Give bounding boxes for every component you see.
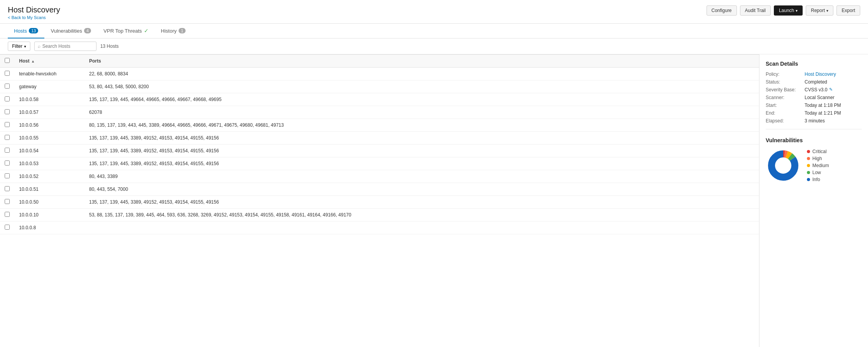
row-checkbox[interactable]: [5, 160, 10, 166]
page-title: Host Discovery: [8, 5, 60, 14]
configure-button[interactable]: Configure: [707, 5, 737, 16]
delete-cell[interactable]: ✕: [745, 93, 759, 106]
detail-row: Status: Completed: [766, 79, 862, 85]
host-cell[interactable]: 10.0.0.52: [14, 170, 84, 183]
row-checkbox-cell[interactable]: [0, 157, 14, 170]
legend-dot: [807, 178, 810, 181]
row-checkbox-cell[interactable]: [0, 119, 14, 132]
delete-cell[interactable]: ✕: [745, 68, 759, 80]
host-cell[interactable]: 10.0.0.54: [14, 145, 84, 157]
tab-history[interactable]: History 1: [155, 24, 192, 38]
legend-label: Low: [812, 170, 821, 175]
row-checkbox-cell[interactable]: [0, 106, 14, 119]
table-row: 10.0.0.58 135, 137, 139, 445, 49664, 496…: [0, 93, 759, 106]
delete-cell[interactable]: ✕: [745, 183, 759, 196]
row-checkbox[interactable]: [5, 225, 10, 230]
host-cell[interactable]: gateway: [14, 80, 84, 93]
host-cell[interactable]: 10.0.0.10: [14, 209, 84, 221]
host-cell[interactable]: 10.0.0.53: [14, 157, 84, 170]
tab-hosts-badge: 13: [29, 28, 38, 33]
delete-cell[interactable]: ✕: [745, 80, 759, 93]
header-left: Host Discovery Back to My Scans: [8, 5, 60, 20]
select-all-header[interactable]: [0, 55, 14, 68]
host-cell[interactable]: 10.0.0.58: [14, 93, 84, 106]
tab-hosts-label: Hosts: [14, 28, 27, 34]
main-content: Host ▴ Ports tenable-hwvsxkoh 22, 68, 80…: [0, 54, 868, 347]
tab-hosts[interactable]: Hosts 13: [8, 24, 44, 38]
row-checkbox-cell[interactable]: [0, 183, 14, 196]
audit-trail-button[interactable]: Audit Trail: [740, 5, 771, 16]
host-cell[interactable]: tenable-hwvsxkoh: [14, 68, 84, 80]
tab-vpr-check: ✓: [144, 28, 149, 34]
delete-cell[interactable]: ✕: [745, 209, 759, 221]
tab-vulnerabilities-label: Vulnerabilities: [51, 28, 82, 34]
row-checkbox[interactable]: [5, 135, 10, 140]
launch-button[interactable]: Launch: [774, 5, 803, 16]
row-checkbox-cell[interactable]: [0, 93, 14, 106]
ports-cell: 53, 88, 135, 137, 139, 389, 445, 464, 59…: [84, 209, 745, 221]
delete-cell[interactable]: ✕: [745, 106, 759, 119]
search-container: ⌕: [34, 42, 96, 51]
row-checkbox[interactable]: [5, 148, 10, 153]
host-cell[interactable]: 10.0.0.50: [14, 196, 84, 209]
row-checkbox[interactable]: [5, 173, 10, 178]
edit-icon[interactable]: ✎: [829, 87, 833, 92]
ports-cell: 53, 80, 443, 548, 5000, 8200: [84, 80, 745, 93]
host-cell[interactable]: 10.0.0.57: [14, 106, 84, 119]
ports-cell: 135, 137, 139, 445, 49664, 49665, 49666,…: [84, 93, 745, 106]
delete-cell[interactable]: ✕: [745, 132, 759, 145]
legend-label: Medium: [812, 163, 829, 168]
row-checkbox-cell[interactable]: [0, 221, 14, 234]
host-cell[interactable]: 10.0.0.51: [14, 183, 84, 196]
header-actions: Configure Audit Trail Launch Report Expo…: [707, 5, 860, 16]
row-checkbox[interactable]: [5, 96, 10, 101]
row-checkbox[interactable]: [5, 71, 10, 76]
row-checkbox[interactable]: [5, 84, 10, 89]
row-checkbox-cell[interactable]: [0, 145, 14, 157]
row-checkbox[interactable]: [5, 212, 10, 217]
legend-dot: [807, 157, 810, 160]
ports-cell: 62078: [84, 106, 745, 119]
host-cell[interactable]: 10.0.0.56: [14, 119, 84, 132]
legend-dot: [807, 171, 810, 174]
delete-cell[interactable]: ✕: [745, 170, 759, 183]
row-checkbox-cell[interactable]: [0, 132, 14, 145]
table-row: 10.0.0.57 62078 ✕: [0, 106, 759, 119]
ports-cell: 80, 135, 137, 139, 443, 445, 3389, 49664…: [84, 119, 745, 132]
svg-point-6: [775, 158, 791, 173]
table-row: 10.0.0.50 135, 137, 139, 445, 3389, 4915…: [0, 196, 759, 209]
delete-cell[interactable]: ✕: [745, 157, 759, 170]
select-all-checkbox[interactable]: [5, 58, 10, 63]
host-cell[interactable]: 10.0.0.8: [14, 221, 84, 234]
report-button[interactable]: Report: [806, 5, 833, 16]
row-checkbox-cell[interactable]: [0, 196, 14, 209]
search-input[interactable]: [42, 44, 93, 49]
delete-cell[interactable]: ✕: [745, 196, 759, 209]
tab-vpr-label: VPR Top Threats: [103, 28, 142, 34]
delete-cell[interactable]: ✕: [745, 221, 759, 234]
row-checkbox[interactable]: [5, 122, 10, 127]
legend-label: High: [812, 156, 822, 161]
vuln-legend: Critical High Medium Low Info: [807, 149, 829, 182]
host-column-header[interactable]: Host ▴: [14, 55, 84, 68]
scan-details-sidebar: Scan Details Policy: Host Discovery Stat…: [759, 54, 868, 347]
back-link[interactable]: Back to My Scans: [8, 15, 46, 20]
host-cell[interactable]: 10.0.0.55: [14, 132, 84, 145]
row-checkbox[interactable]: [5, 186, 10, 191]
ports-cell: 135, 137, 139, 445, 3389, 49152, 49153, …: [84, 145, 745, 157]
row-checkbox-cell[interactable]: [0, 170, 14, 183]
detail-value: 3 minutes: [805, 118, 825, 124]
row-checkbox-cell[interactable]: [0, 80, 14, 93]
delete-cell[interactable]: ✕: [745, 119, 759, 132]
row-checkbox-cell[interactable]: [0, 209, 14, 221]
row-checkbox[interactable]: [5, 199, 10, 204]
row-checkbox-cell[interactable]: [0, 68, 14, 80]
detail-value-link[interactable]: Host Discovery: [805, 71, 836, 77]
delete-cell[interactable]: ✕: [745, 145, 759, 157]
filter-button[interactable]: Filter: [8, 42, 30, 51]
tab-vulnerabilities[interactable]: Vulnerabilities 4: [44, 24, 97, 38]
row-checkbox[interactable]: [5, 109, 10, 114]
export-button[interactable]: Export: [836, 5, 860, 16]
tab-vpr[interactable]: VPR Top Threats ✓: [97, 24, 155, 38]
table-row: gateway 53, 80, 443, 548, 5000, 8200 ✕: [0, 80, 759, 93]
